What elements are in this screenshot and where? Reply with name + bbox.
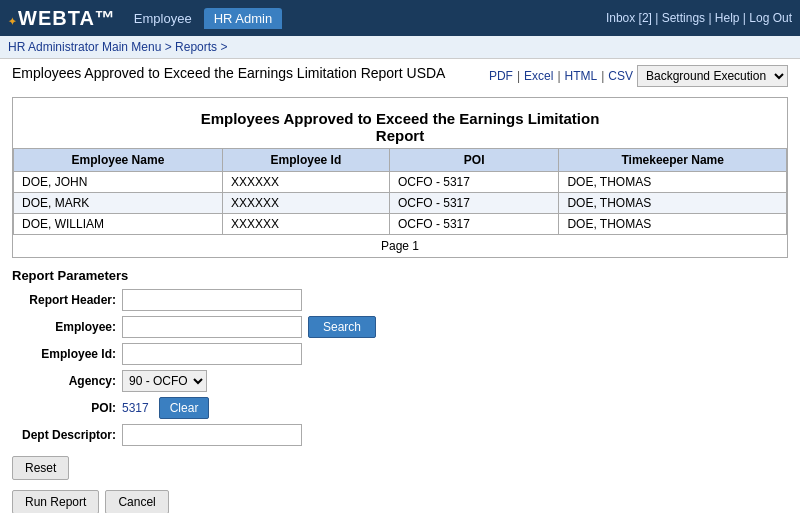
table-row: DOE, MARKXXXXXXOCFO - 5317DOE, THOMAS (14, 193, 787, 214)
report-area: Employees Approved to Exceed the Earning… (12, 97, 788, 258)
cell-timekeeper: DOE, THOMAS (559, 214, 787, 235)
nav-tabs: Employee HR Admin (124, 8, 282, 29)
logo: ✦WEBTA™ (8, 7, 116, 30)
param-row-employee: Employee: Search (12, 316, 788, 338)
clear-button[interactable]: Clear (159, 397, 210, 419)
report-header-label: Report Header: (12, 293, 122, 307)
reset-row: Reset (12, 456, 788, 480)
param-row-poi: POI: 5317 Clear (12, 397, 788, 419)
cell-id: XXXXXX (222, 214, 389, 235)
col-employee-name: Employee Name (14, 149, 223, 172)
sep2: | (557, 69, 560, 83)
employee-label: Employee: (12, 320, 122, 334)
top-right-links: Inbox [2] | Settings | Help | Log Out (606, 11, 792, 25)
logo-prefix: ✦ (8, 16, 17, 27)
breadcrumb-reports[interactable]: Reports (175, 40, 217, 54)
cancel-button[interactable]: Cancel (105, 490, 168, 513)
dept-descriptor-label: Dept Descriptor: (12, 428, 122, 442)
agency-select[interactable]: 90 - OCFO (122, 370, 207, 392)
param-row-report-header: Report Header: (12, 289, 788, 311)
col-poi: POI (389, 149, 559, 172)
background-execution-select[interactable]: Background Execution (637, 65, 788, 87)
table-row: DOE, JOHNXXXXXXOCFO - 5317DOE, THOMAS (14, 172, 787, 193)
search-button[interactable]: Search (308, 316, 376, 338)
logo-wordmark: WEBTA™ (18, 7, 116, 29)
cell-poi: OCFO - 5317 (389, 214, 559, 235)
table-row: DOE, WILLIAMXXXXXXOCFO - 5317DOE, THOMAS (14, 214, 787, 235)
cell-poi: OCFO - 5317 (389, 193, 559, 214)
run-cancel-row: Run Report Cancel (12, 490, 788, 513)
param-row-dept-descriptor: Dept Descriptor: (12, 424, 788, 446)
cell-id: XXXXXX (222, 172, 389, 193)
cell-name: DOE, WILLIAM (14, 214, 223, 235)
params-title: Report Parameters (12, 268, 788, 283)
export-csv[interactable]: CSV (608, 69, 633, 83)
run-report-button[interactable]: Run Report (12, 490, 99, 513)
reset-button[interactable]: Reset (12, 456, 69, 480)
employee-id-input[interactable] (122, 343, 302, 365)
report-header-input[interactable] (122, 289, 302, 311)
nav-tab-employee[interactable]: Employee (124, 8, 202, 29)
cell-id: XXXXXX (222, 193, 389, 214)
page-indicator: Page 1 (13, 235, 787, 257)
export-excel[interactable]: Excel (524, 69, 553, 83)
col-employee-id: Employee Id (222, 149, 389, 172)
breadcrumb-sep1: > (165, 40, 175, 54)
cell-timekeeper: DOE, THOMAS (559, 172, 787, 193)
poi-label: POI: (12, 401, 122, 415)
cell-poi: OCFO - 5317 (389, 172, 559, 193)
col-timekeeper: Timekeeper Name (559, 149, 787, 172)
dept-descriptor-input[interactable] (122, 424, 302, 446)
agency-label: Agency: (12, 374, 122, 388)
breadcrumb-sep2: > (220, 40, 227, 54)
sep3: | (601, 69, 604, 83)
cell-name: DOE, JOHN (14, 172, 223, 193)
breadcrumb-home[interactable]: HR Administrator Main Menu (8, 40, 161, 54)
param-row-employee-id: Employee Id: (12, 343, 788, 365)
cell-timekeeper: DOE, THOMAS (559, 193, 787, 214)
content-area: Employees Approved to Exceed the Earning… (0, 59, 800, 513)
employee-id-label: Employee Id: (12, 347, 122, 361)
page-title-area: Employees Approved to Exceed the Earning… (12, 65, 788, 87)
report-inner-title: Employees Approved to Exceed the Earning… (13, 98, 787, 148)
export-pdf[interactable]: PDF (489, 69, 513, 83)
breadcrumb: HR Administrator Main Menu > Reports > (0, 36, 800, 59)
employee-input[interactable] (122, 316, 302, 338)
report-table-body: DOE, JOHNXXXXXXOCFO - 5317DOE, THOMASDOE… (14, 172, 787, 235)
cell-name: DOE, MARK (14, 193, 223, 214)
export-links: PDF | Excel | HTML | CSV Background Exec… (489, 65, 788, 87)
sep1: | (517, 69, 520, 83)
action-buttons: Reset Run Report Cancel (12, 456, 788, 513)
export-html[interactable]: HTML (565, 69, 598, 83)
param-row-agency: Agency: 90 - OCFO (12, 370, 788, 392)
top-navigation: ✦WEBTA™ Employee HR Admin Inbox [2] | Se… (0, 0, 800, 36)
page-title: Employees Approved to Exceed the Earning… (12, 65, 445, 81)
report-table: Employee Name Employee Id POI Timekeeper… (13, 148, 787, 235)
report-parameters: Report Parameters Report Header: Employe… (12, 268, 788, 446)
nav-tab-hradmin[interactable]: HR Admin (204, 8, 283, 29)
logo-area: ✦WEBTA™ Employee HR Admin (8, 7, 282, 30)
poi-value: 5317 (122, 401, 149, 415)
